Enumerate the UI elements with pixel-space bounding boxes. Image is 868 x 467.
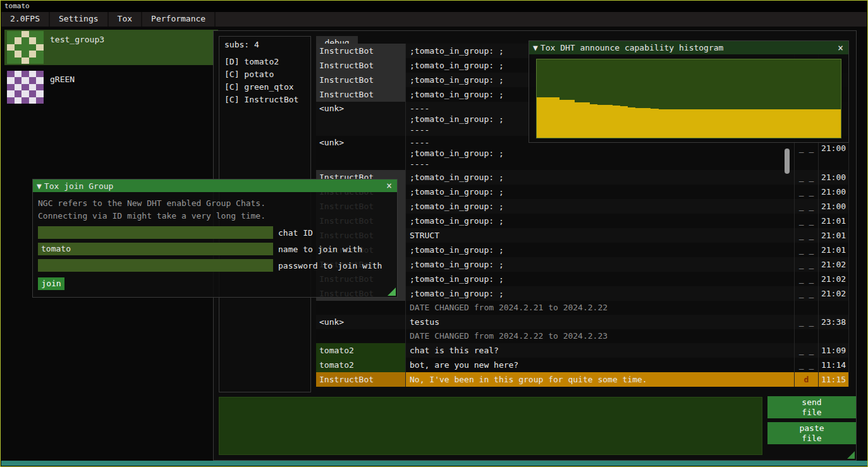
histogram-bar (750, 109, 757, 138)
close-icon[interactable]: × (385, 180, 393, 191)
avatar-pixel (36, 71, 44, 77)
histogram-bar (712, 109, 719, 138)
chat-date-row[interactable]: DATE CHANGED from 2024.2.21 to 2024.2.22 (316, 301, 849, 315)
join-password-input[interactable] (38, 259, 273, 272)
member-item-c-instructbot[interactable]: [C] InstructBot (224, 94, 310, 106)
histogram-bar (590, 104, 597, 138)
dht-histogram-titlebar[interactable]: ▼ Tox DHT announce capability histogram … (529, 41, 848, 54)
collapse-arrow-icon[interactable]: ▼ (533, 43, 538, 52)
join-password-label: password to join with (278, 261, 382, 270)
histogram-bar (742, 109, 750, 138)
window-title: tomato (4, 2, 30, 10)
message-status: _ _ (795, 243, 819, 257)
message-status (795, 329, 819, 343)
histogram-bar (567, 100, 575, 138)
menu-item-tox[interactable]: Tox (109, 12, 142, 27)
avatar-pixel (7, 58, 15, 64)
avatar-pixel (29, 90, 37, 97)
avatar-pixel (29, 97, 37, 104)
avatar-pixel (21, 71, 29, 77)
message-sender: <unk> (316, 315, 406, 329)
message-text: ;tomato_in_group: ; (406, 257, 795, 272)
histogram-bar (735, 109, 742, 138)
histogram-bar (537, 97, 544, 138)
avatar-pixel (29, 84, 37, 90)
join-group-window: ▼ Tox join Group × NGC refers to the New… (32, 179, 398, 298)
chat-message-row[interactable]: tomato2chat is this real?_ _11:09 (316, 343, 849, 358)
message-text: ;tomato_in_group: ; (406, 272, 795, 286)
message-time: 21:00 (819, 185, 849, 199)
message-sender: <unk> (316, 102, 406, 136)
window-resize-grip[interactable] (847, 451, 855, 459)
message-text: DATE CHANGED from 2024.2.22 to 2024.2.23 (406, 329, 795, 343)
menu-item-performance[interactable]: Performance (142, 12, 216, 27)
histogram-bar (704, 109, 712, 138)
window-titlebar[interactable]: tomato (1, 1, 867, 12)
chat-id-row: chat ID (38, 226, 392, 239)
chat-message-row[interactable]: <unk>testus_ _23:38 (316, 315, 849, 329)
histogram-bar (666, 109, 674, 138)
histogram-bar (582, 102, 590, 138)
message-sender: tomato2 (316, 343, 406, 358)
chat-message-row[interactable]: tomato2bot, are you new here?_ _11:14 (316, 358, 849, 372)
message-text: ;tomato_in_group: ; (406, 243, 795, 257)
avatar-pixel (21, 31, 29, 37)
close-icon[interactable]: × (836, 42, 845, 54)
paste-file-button[interactable]: paste file (767, 422, 856, 444)
member-item-c-green-qtox[interactable]: [C] green_qtox (224, 81, 310, 94)
avatar-pixel (7, 77, 15, 83)
member-item-d-tomato2[interactable]: [D] tomato2 (224, 56, 310, 68)
histogram-bar (826, 109, 833, 138)
message-text: ;tomato_in_group: ; (406, 170, 795, 185)
chat-date-row[interactable]: DATE CHANGED from 2024.2.22 to 2024.2.23 (316, 329, 849, 343)
group-avatar (7, 31, 44, 64)
join-fields: chat IDtomatoname to join withpassword t… (38, 226, 392, 272)
avatar-pixel (21, 77, 29, 83)
message-status (795, 301, 819, 315)
send-file-button[interactable]: send file (767, 396, 856, 418)
message-time: 21:00 (819, 199, 849, 214)
chat-message-row[interactable]: InstructBotNo, I've been in this group f… (316, 372, 849, 387)
message-status: _ _ (795, 286, 819, 301)
join-window-resize-grip[interactable] (388, 288, 396, 296)
avatar-pixel (29, 77, 37, 83)
avatar-pixel (29, 31, 37, 37)
avatar-pixel (36, 44, 44, 51)
join-name-input[interactable]: tomato (38, 243, 273, 255)
collapse-arrow-icon[interactable]: ▼ (37, 181, 42, 191)
chat-id-input[interactable] (38, 226, 273, 239)
join-group-body: NGC refers to the New DHT enabled Group … (33, 192, 397, 290)
menu-item-settings[interactable]: Settings (50, 12, 109, 27)
avatar-pixel (21, 97, 29, 104)
avatar-pixel (21, 90, 29, 97)
message-sender: InstructBot (316, 44, 406, 58)
chat-id-label: chat ID (278, 228, 313, 238)
avatar-pixel (29, 71, 37, 77)
message-text: ;tomato_in_group: ; (406, 185, 795, 199)
join-group-title: Tox join Group (44, 181, 385, 191)
join-group-titlebar[interactable]: ▼ Tox join Group × (33, 179, 397, 192)
histogram-bar (635, 108, 643, 138)
chat-scrollbar-thumb[interactable] (785, 149, 790, 174)
group-item-green[interactable]: gREEN (4, 70, 218, 105)
histogram-bar (833, 109, 841, 138)
histogram-bar (613, 106, 620, 138)
avatar-pixel (7, 90, 15, 97)
avatar-pixel (15, 97, 22, 104)
histogram-bar (727, 109, 735, 138)
member-item-c-potato[interactable]: [C] potato (224, 68, 310, 81)
message-status: _ _ (795, 199, 819, 214)
histogram-bar (620, 106, 628, 138)
menu-item-2-0fps[interactable]: 2.0FPS (1, 12, 50, 27)
join-description-line1: NGC refers to the New DHT enabled Group … (38, 197, 392, 210)
message-input[interactable] (219, 397, 762, 455)
message-time: 21:01 (819, 228, 849, 243)
avatar-pixel (29, 58, 37, 64)
group-list: test_group3gREEN (4, 30, 218, 109)
histogram-bar (628, 107, 635, 138)
avatar-pixel (7, 51, 15, 57)
join-button[interactable]: join (38, 277, 64, 290)
group-item-test-group3[interactable]: test_group3 (4, 30, 218, 65)
message-time (819, 329, 849, 343)
join-name-label: name to join with (278, 245, 362, 254)
